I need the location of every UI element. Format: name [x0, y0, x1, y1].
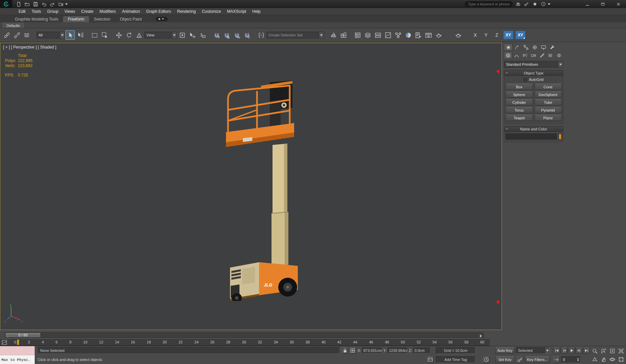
name-color-rollout-header[interactable]: Name and Color: [504, 126, 563, 132]
macro-recorder-pane[interactable]: [0, 346, 35, 355]
new-scene-button[interactable]: [15, 1, 22, 7]
ribbon-tab-freeform[interactable]: Freeform: [63, 16, 89, 22]
go-to-end-button[interactable]: [583, 347, 590, 354]
close-button[interactable]: [610, 0, 626, 8]
select-and-rotate-button[interactable]: [124, 30, 134, 40]
redo-button[interactable]: [49, 1, 56, 7]
next-frame-button[interactable]: [575, 347, 582, 354]
primitive-sphere-button[interactable]: Sphere: [506, 91, 533, 98]
zoom-button[interactable]: [590, 347, 599, 355]
play-animation-button[interactable]: [568, 347, 575, 354]
toggle-scene-explorer-button[interactable]: [353, 30, 362, 40]
defaults-tab[interactable]: Defaults: [3, 23, 24, 28]
restrict-to-z-button[interactable]: Z: [492, 31, 501, 39]
key-mode-toggle[interactable]: [553, 356, 560, 363]
ribbon-display-toggle[interactable]: [155, 17, 168, 21]
add-time-tag-field[interactable]: Add Time Tag: [436, 356, 476, 363]
transform-type-in-toggle[interactable]: [427, 356, 434, 363]
pan-view-button[interactable]: [599, 355, 608, 364]
zoom-all-button[interactable]: [599, 347, 608, 355]
rendered-frame-window-button[interactable]: [424, 30, 433, 40]
schematic-view-button[interactable]: [393, 30, 403, 40]
unlink-selection-button[interactable]: [12, 30, 22, 40]
selection-lock-toggle[interactable]: [342, 347, 348, 354]
edit-named-selection-sets-button[interactable]: [256, 30, 266, 40]
favorites-button[interactable]: [532, 1, 538, 7]
utilities-tab-button[interactable]: [548, 43, 557, 51]
lights-category-button[interactable]: [521, 52, 529, 59]
set-project-folder-button[interactable]: [57, 1, 64, 7]
open-file-button[interactable]: [23, 1, 31, 7]
set-key-filter-button[interactable]: [517, 356, 523, 363]
infocenter-search-button[interactable]: [515, 1, 521, 7]
render-production-button[interactable]: [434, 30, 443, 40]
primitive-plane-button[interactable]: Plane: [535, 115, 562, 121]
display-tab-button[interactable]: [539, 43, 548, 51]
restrict-to-x-button[interactable]: X: [471, 31, 480, 39]
object-type-rollout-header[interactable]: Object Type: [504, 70, 563, 76]
time-configuration-button[interactable]: [483, 356, 490, 363]
object-color-swatch[interactable]: [559, 134, 562, 140]
motion-tab-button[interactable]: [530, 43, 539, 51]
curve-editor-button[interactable]: [383, 30, 393, 40]
render-setup-button[interactable]: [414, 30, 423, 40]
y-coordinate-field[interactable]: 1239.954cm: [388, 347, 408, 354]
primitive-cylinder-button[interactable]: Cylinder: [506, 99, 533, 105]
spinner-snap-toggle-button[interactable]: [242, 30, 252, 40]
time-slider[interactable]: 0 / 60: [0, 332, 490, 338]
track-bar-ruler[interactable]: 0246810121416182022242628303234363840424…: [14, 339, 484, 345]
reference-coordinate-system-dropdown[interactable]: View: [144, 32, 177, 38]
menu-item-customize[interactable]: Customize: [199, 8, 224, 15]
use-pivot-point-center-button[interactable]: [177, 30, 187, 40]
primitive-category-dropdown[interactable]: Standard Primitives: [504, 61, 563, 68]
primitive-pyramid-button[interactable]: Pyramid: [535, 107, 562, 113]
max-logo[interactable]: [0, 0, 12, 8]
save-file-button[interactable]: [32, 1, 39, 7]
perspective-viewport[interactable]: [ + ] [ Perspective ] [ Shaded ] Total P…: [0, 43, 502, 330]
restrict-to-y-button[interactable]: Y: [482, 31, 490, 39]
current-frame-field[interactable]: 0: [561, 356, 581, 363]
named-selection-sets-dropdown[interactable]: Create Selection Set: [266, 32, 324, 38]
keyboard-shortcut-override-button[interactable]: 3: [198, 30, 207, 40]
menu-item-rendering[interactable]: Rendering: [174, 8, 199, 15]
absolute-mode-toggle[interactable]: [349, 347, 356, 354]
primitive-tube-button[interactable]: Tube: [535, 99, 562, 105]
autogrid-checkbox[interactable]: AutoGrid: [506, 78, 562, 82]
toggle-ribbon-button[interactable]: [373, 30, 382, 40]
angle-snap-toggle-button[interactable]: [222, 30, 231, 40]
go-to-start-button[interactable]: [553, 347, 560, 354]
menu-item-edit[interactable]: Edit: [16, 8, 29, 15]
primitive-teapot-button[interactable]: Teapot: [506, 115, 533, 121]
select-by-name-button[interactable]: [76, 30, 85, 40]
primitive-geosphere-button[interactable]: GeoSphere: [535, 91, 562, 98]
help-button[interactable]: ?: [540, 1, 547, 7]
restrict-to-xy-plane-button[interactable]: XY: [503, 31, 513, 39]
primitive-torus-button[interactable]: Torus: [506, 107, 533, 113]
select-and-link-button[interactable]: [2, 30, 11, 40]
selection-filter-dropdown[interactable]: All: [36, 32, 65, 38]
minimize-button[interactable]: [579, 0, 595, 8]
maximize-viewport-toggle-button[interactable]: [617, 355, 625, 364]
search-input[interactable]: [465, 1, 513, 7]
zoom-extents-button[interactable]: [608, 347, 617, 355]
select-and-scale-button[interactable]: [134, 30, 144, 40]
zoom-extents-all-button[interactable]: [617, 347, 625, 355]
restrict-plane-flyout-button[interactable]: XY: [515, 31, 525, 39]
select-object-button[interactable]: [65, 30, 75, 40]
autodesk-sign-in-button[interactable]: [523, 1, 530, 7]
track-bar[interactable]: 0246810121416182022242628303234363840424…: [0, 338, 490, 346]
x-coordinate-field[interactable]: 873.931cm: [362, 347, 382, 354]
set-key-button[interactable]: Set Key: [495, 356, 515, 363]
create-tab-button[interactable]: [504, 43, 513, 51]
ribbon-tab-object-paint[interactable]: Object Paint: [115, 16, 146, 22]
primitive-box-button[interactable]: Box: [506, 84, 533, 90]
help-caret-icon[interactable]: [548, 3, 550, 5]
open-mini-curve-editor-button[interactable]: [1, 339, 8, 345]
menu-item-create[interactable]: Create: [78, 8, 96, 15]
space-warps-category-button[interactable]: [546, 52, 555, 59]
mirror-button[interactable]: [329, 30, 338, 40]
menu-item-help[interactable]: Help: [249, 8, 264, 15]
align-button[interactable]: [339, 30, 348, 40]
z-coordinate-field[interactable]: 0.0cm: [413, 347, 431, 354]
key-selection-dropdown[interactable]: Selected: [516, 347, 550, 354]
